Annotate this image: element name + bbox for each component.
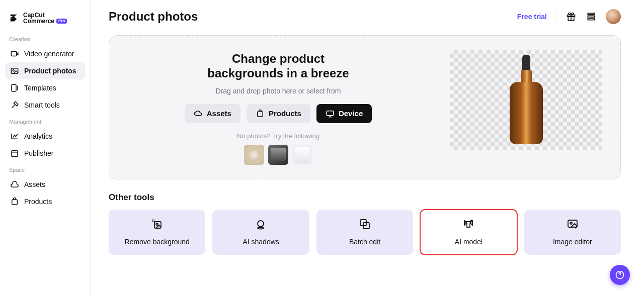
capcut-logo-icon: [9, 13, 20, 24]
header: Product photos Free trial: [109, 9, 621, 24]
svg-rect-5: [12, 200, 18, 205]
image-editor-icon: [566, 218, 579, 231]
separator: [556, 12, 556, 22]
free-trial-link[interactable]: Free trial: [517, 13, 547, 21]
sidebar-item-product-photos[interactable]: Product photos: [5, 62, 85, 79]
sidebar-item-label: Assets: [24, 180, 45, 188]
svg-point-2: [13, 70, 14, 71]
brand-logo[interactable]: CapCut Commerce Pro: [5, 9, 85, 31]
button-label: Assets: [207, 109, 231, 118]
sidebar-item-analytics[interactable]: Analytics: [5, 128, 85, 145]
other-tools-title: Other tools: [109, 192, 621, 203]
help-button[interactable]: [610, 265, 630, 285]
page-title: Product photos: [109, 10, 198, 24]
tool-label: Batch edit: [349, 238, 380, 246]
video-generator-icon: [10, 49, 19, 58]
sidebar-item-label: Templates: [24, 84, 56, 92]
tool-remove-background[interactable]: Remove background: [109, 210, 205, 255]
section-label-creation: Creation: [5, 31, 85, 45]
avatar[interactable]: [606, 9, 621, 24]
try-label: No photos? Try the following: [237, 132, 319, 140]
svg-point-20: [570, 222, 572, 224]
tool-ai-shadows[interactable]: AI shadows: [212, 210, 309, 255]
sidebar-item-label: Analytics: [24, 132, 52, 140]
button-label: Products: [269, 109, 301, 118]
sample-shirt[interactable]: [292, 145, 312, 165]
divider: [207, 136, 232, 136]
bottle-illustration: [509, 55, 544, 145]
products-icon: [10, 197, 19, 206]
brand-badge: Pro: [56, 19, 67, 24]
tool-ai-model[interactable]: AI model: [420, 210, 517, 255]
device-icon: [326, 109, 335, 118]
publisher-icon: [10, 149, 19, 158]
main: Product photos Free trial Change product…: [91, 0, 644, 296]
sidebar-item-templates[interactable]: Templates: [5, 79, 85, 96]
sample-headphones[interactable]: [244, 145, 264, 165]
sidebar-item-label: Publisher: [24, 149, 53, 157]
svg-rect-10: [588, 18, 594, 20]
svg-point-15: [258, 221, 264, 227]
button-label: Device: [339, 109, 363, 118]
svg-rect-9: [588, 16, 594, 17]
svg-rect-12: [327, 111, 334, 115]
sidebar-item-publisher[interactable]: Publisher: [5, 145, 85, 162]
svg-rect-8: [588, 13, 594, 15]
templates-icon: [10, 83, 19, 92]
stack-icon[interactable]: [586, 11, 597, 22]
sidebar-item-video-generator[interactable]: Video generator: [5, 45, 85, 62]
tool-label: AI model: [455, 238, 482, 246]
tool-label: Remove background: [125, 238, 190, 246]
sidebar-item-label: Video generator: [24, 50, 74, 58]
tool-label: AI shadows: [243, 238, 279, 246]
svg-rect-11: [258, 112, 263, 117]
sidebar-item-label: Product photos: [24, 67, 76, 75]
hero-subtitle: Drag and drop photo here or select from: [215, 87, 341, 95]
svg-rect-4: [12, 151, 18, 157]
sample-laptop[interactable]: [268, 145, 288, 165]
ai-model-icon: [462, 218, 475, 231]
smart-tools-icon: [10, 101, 19, 110]
section-label-space: Space: [5, 162, 85, 176]
svg-point-16: [258, 227, 264, 229]
product-photos-icon: [10, 66, 19, 75]
sidebar-item-label: Products: [24, 198, 52, 206]
sidebar-item-products[interactable]: Products: [5, 193, 85, 210]
sidebar-item-smart-tools[interactable]: Smart tools: [5, 96, 85, 114]
ai-shadows-icon: [255, 218, 268, 231]
sidebar-item-assets[interactable]: Assets: [5, 176, 85, 193]
cloud-icon: [194, 109, 203, 118]
batch-edit-icon: [358, 218, 371, 231]
brand-line2: Commerce: [23, 18, 54, 24]
tool-label: Image editor: [553, 238, 592, 246]
hero-title: Change product backgrounds in a breeze: [193, 52, 364, 81]
analytics-icon: [10, 132, 19, 141]
divider: [325, 136, 350, 136]
gift-icon[interactable]: [566, 11, 577, 22]
assets-icon: [10, 180, 19, 189]
sidebar: CapCut Commerce Pro Creation Video gener…: [0, 0, 91, 296]
bag-icon: [256, 109, 265, 118]
tools-row: Remove background AI shadows Batch edit …: [109, 210, 621, 255]
products-button[interactable]: Products: [247, 104, 310, 123]
device-button[interactable]: Device: [316, 104, 372, 123]
remove-background-icon: [150, 218, 164, 231]
assets-button[interactable]: Assets: [185, 104, 240, 123]
svg-rect-0: [11, 52, 17, 56]
section-label-management: Management: [5, 114, 85, 128]
tool-batch-edit[interactable]: Batch edit: [316, 210, 413, 255]
preview-image: [450, 50, 602, 150]
upload-hero[interactable]: Change product backgrounds in a breeze D…: [109, 35, 621, 179]
svg-point-14: [156, 223, 158, 225]
svg-rect-3: [12, 84, 16, 91]
sidebar-item-label: Smart tools: [24, 101, 60, 109]
tool-image-editor[interactable]: Image editor: [524, 210, 621, 255]
